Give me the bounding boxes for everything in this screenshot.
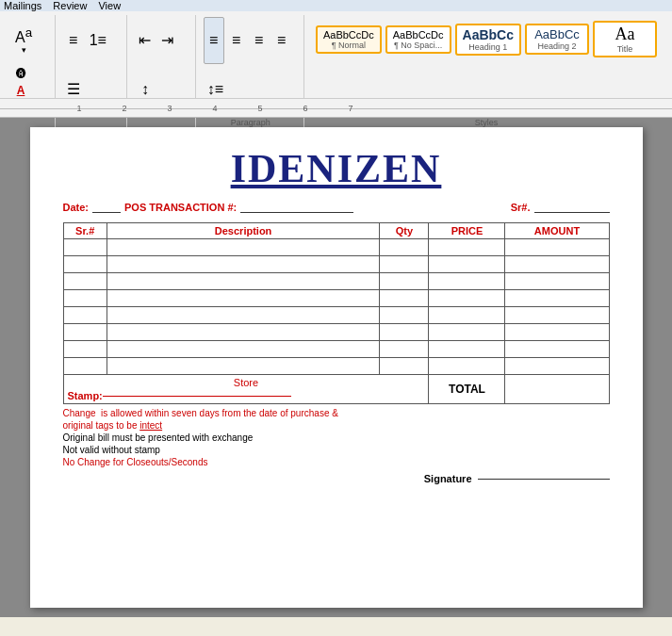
- signature-row: Signature: [63, 473, 610, 484]
- style-title[interactable]: Aa Title: [593, 21, 657, 57]
- font-clear-button[interactable]: 🅐: [11, 66, 30, 81]
- col-desc-header: Description: [107, 223, 380, 239]
- align-center-button[interactable]: ≡: [226, 17, 247, 64]
- note-2: original tags to be intect: [63, 420, 610, 431]
- stamp-label: Stamp:: [68, 390, 103, 401]
- invoice-header-row: Date: POS TRANSACTION #: Sr#.: [63, 201, 610, 213]
- date-value[interactable]: [92, 201, 121, 213]
- note-3: Original bill must be presented with exc…: [63, 432, 610, 443]
- store-label: Store: [68, 377, 425, 388]
- ruler: 1 2 3 4 5 6 7: [0, 99, 672, 118]
- font-size-button[interactable]: Aa ▾: [11, 17, 36, 64]
- signature-line: [478, 479, 610, 480]
- total-amount-cell: [505, 375, 609, 404]
- page: IDENIZEN Date: POS TRANSACTION #: Sr#. S…: [30, 127, 643, 608]
- numbering-button[interactable]: 1≡: [86, 17, 110, 64]
- style-no-spacing[interactable]: AaBbCcDc ¶ No Spaci...: [385, 25, 451, 54]
- table-row: [63, 273, 609, 290]
- note-5: No Change for Closeouts/Seconds: [63, 457, 610, 467]
- style-normal[interactable]: AaBbCcDc ¶ Normal: [316, 25, 382, 54]
- srno-field[interactable]: [534, 201, 610, 213]
- pos-label: POS TRANSACTION #:: [124, 202, 237, 213]
- decrease-indent-button[interactable]: ⇤: [135, 17, 156, 64]
- tab-mailings[interactable]: Mailings: [4, 0, 41, 11]
- pos-field[interactable]: [240, 201, 353, 213]
- tab-review[interactable]: Review: [53, 0, 87, 11]
- invoice-table: Sr.# Description Qty PRICE AMOUNT: [63, 222, 610, 404]
- company-name: IDENIZEN: [63, 146, 610, 191]
- table-header-row: Sr.# Description Qty PRICE AMOUNT: [63, 223, 609, 239]
- invoice-notes: Change is allowed within seven days from…: [63, 408, 610, 467]
- signature-label: Signature: [424, 473, 472, 484]
- table-row: [63, 290, 609, 307]
- table-row: [63, 256, 609, 273]
- table-row: [63, 358, 609, 375]
- stamp-row: Store Stamp: TOTAL: [63, 375, 609, 404]
- date-label: Date:: [63, 202, 90, 213]
- note-4: Not valid without stamp: [63, 445, 610, 455]
- align-left-button[interactable]: ≡: [204, 17, 224, 64]
- srno-label: Sr#.: [511, 202, 531, 213]
- ribbon-tab-bar: Mailings Review View: [0, 0, 672, 11]
- stamp-line: [103, 396, 291, 397]
- table-row: [63, 239, 609, 256]
- table-row: [63, 341, 609, 358]
- ribbon: Mailings Review View Aa ▾ 🅐 A: [0, 0, 672, 99]
- align-justify-button[interactable]: ≡: [271, 17, 292, 64]
- col-qty-header: Qty: [380, 223, 429, 239]
- styles-area: AaBbCcDc ¶ Normal AaBbCcDc ¶ No Spaci...…: [312, 17, 661, 61]
- style-heading1[interactable]: AaBbCc Heading 1: [455, 24, 521, 56]
- table-row: [63, 324, 609, 341]
- font-color-button[interactable]: A: [11, 83, 30, 98]
- document-area: IDENIZEN Date: POS TRANSACTION #: Sr#. S…: [0, 118, 672, 617]
- note-1: Change is allowed within seven days from…: [63, 408, 610, 418]
- increase-indent-button[interactable]: ⇥: [157, 17, 178, 64]
- align-right-button[interactable]: ≡: [249, 17, 270, 64]
- tab-view[interactable]: View: [98, 0, 121, 11]
- col-price-header: PRICE: [429, 223, 505, 239]
- table-row: [63, 307, 609, 324]
- col-srno-header: Sr.#: [63, 223, 107, 239]
- col-amount-header: AMOUNT: [505, 223, 609, 239]
- total-label: TOTAL: [429, 375, 505, 404]
- style-heading2[interactable]: AaBbCc Heading 2: [525, 24, 589, 55]
- bullets-button[interactable]: ≡: [63, 17, 84, 64]
